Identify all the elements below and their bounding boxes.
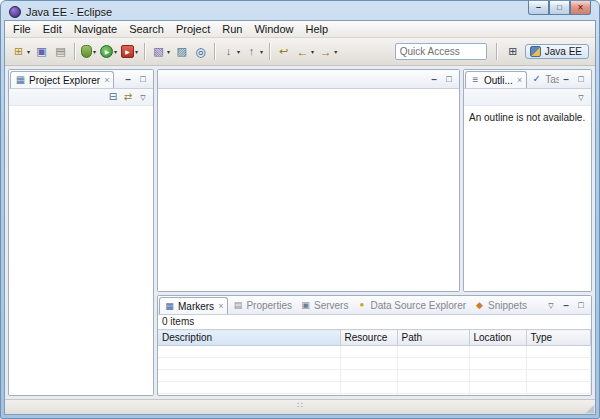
menu-project[interactable]: Project [170,22,216,36]
java-search-icon[interactable] [191,43,210,60]
minimize-icon[interactable] [121,73,135,86]
new-java-ee-project-icon[interactable]: ▾ [149,43,172,60]
markers-table: DescriptionResourcePathLocationType [158,329,591,396]
titlebar[interactable]: Java EE - Eclipse [4,1,596,20]
menu-file[interactable]: File [7,22,37,36]
close-tab-icon[interactable]: × [517,75,522,85]
window-minimize-icon[interactable] [528,1,549,15]
markers-count: 0 items [158,315,591,329]
dropdown-arrow-icon[interactable]: ▾ [93,48,96,55]
resize-grip-icon[interactable] [586,403,594,414]
outline-tabs: Outli...×Task... [465,71,559,88]
debug-icon[interactable]: ▾ [79,44,98,59]
quick-access-input[interactable] [395,43,487,60]
bottom-chrome [544,299,589,312]
table-cell [469,346,526,358]
menu-window[interactable]: Window [248,22,299,36]
table-row [158,358,591,370]
data-source-explorer-icon [356,300,367,311]
drag-handle-icon[interactable] [297,401,303,410]
close-tab-icon[interactable]: × [104,75,109,85]
tab-project-explorer[interactable]: Project Explorer× [10,71,114,88]
new-wizard-icon[interactable]: ▾ [9,43,32,60]
maximize-icon[interactable] [136,73,150,86]
view-menu-icon[interactable] [574,91,588,104]
save-icon[interactable] [32,43,51,60]
last-edit-location-icon[interactable] [274,43,293,60]
editor-body[interactable] [158,89,459,291]
tab-data-source-explorer[interactable]: Data Source Explorer [352,297,470,314]
next-annotation-icon[interactable]: ▾ [219,43,242,60]
eclipse-window: Java EE - Eclipse FileEditNavigateSearch… [0,0,600,419]
servers-icon [300,300,311,311]
tab-label: Data Source Explorer [370,300,466,311]
back-glyph [295,44,310,59]
table-cell [526,382,591,394]
dropdown-arrow-icon[interactable]: ▾ [237,48,240,55]
dropdown-arrow-icon[interactable]: ▾ [135,48,138,55]
new-java-ee-project-glyph [151,44,166,59]
new-servlet-icon[interactable] [172,43,191,60]
table-cell [158,370,340,382]
table-cell [340,358,397,370]
open-perspective-icon[interactable] [506,45,520,58]
dropdown-arrow-icon[interactable]: ▾ [27,48,30,55]
status-bar [5,399,595,414]
table-cell [340,382,397,394]
minimize-icon[interactable] [559,299,573,312]
previous-annotation-icon[interactable]: ▾ [242,43,265,60]
top-row: Outli...×Task... An outline is not avail… [157,69,592,292]
column-header-type[interactable]: Type [526,330,591,346]
maximize-icon[interactable] [574,73,588,86]
main-toolbar: ▾▾▾▾▾▾▾▾▾ Java EE [5,38,595,66]
menu-edit[interactable]: Edit [37,22,68,36]
project-explorer-body[interactable] [9,106,153,395]
dropdown-arrow-icon[interactable]: ▾ [311,48,314,55]
tab-outli[interactable]: Outli...× [465,71,527,88]
next-annotation-glyph [221,44,236,59]
column-header-location[interactable]: Location [469,330,526,346]
view-menu-icon[interactable] [136,91,150,104]
menu-run[interactable]: Run [216,22,248,36]
view-menu-icon[interactable] [544,299,558,312]
bottom-tabbar: Markers×PropertiesServersData Source Exp… [158,296,591,315]
menu-search[interactable]: Search [123,22,170,36]
tab-label: Properties [246,300,292,311]
tab-properties[interactable]: Properties [228,297,296,314]
table-cell [340,394,397,397]
link-with-editor-icon[interactable] [121,91,135,104]
menu-help[interactable]: Help [300,22,335,36]
run-icon[interactable]: ▾ [98,44,119,59]
dropdown-arrow-icon[interactable]: ▾ [167,48,170,55]
minimize-icon[interactable] [427,73,441,86]
table-row [158,370,591,382]
tab-snippets[interactable]: Snippets [470,297,531,314]
print-icon[interactable] [51,43,70,60]
menu-navigate[interactable]: Navigate [68,22,123,36]
dropdown-arrow-icon[interactable]: ▾ [114,48,117,55]
forward-icon[interactable]: ▾ [316,43,339,60]
close-tab-icon[interactable]: × [218,301,223,311]
tab-servers[interactable]: Servers [296,297,352,314]
window-maximize-icon[interactable] [549,1,570,15]
collapse-all-icon[interactable] [106,91,120,104]
external-tools-icon[interactable]: ▾ [119,44,140,59]
java-ee-perspective-button[interactable]: Java EE [525,44,589,59]
column-header-path[interactable]: Path [397,330,469,346]
column-header-description[interactable]: Description [158,330,340,346]
outline-message: An outline is not available. [464,106,591,129]
back-icon[interactable]: ▾ [293,43,316,60]
column-header-resource[interactable]: Resource [340,330,397,346]
tab-label: Project Explorer [29,75,100,86]
minimize-icon[interactable] [559,73,573,86]
dropdown-arrow-icon[interactable]: ▾ [260,48,263,55]
maximize-icon[interactable] [574,299,588,312]
table-cell [397,382,469,394]
window-close-icon[interactable] [570,1,591,15]
maximize-icon[interactable] [442,73,456,86]
workbench: FileEditNavigateSearchProjectRunWindowHe… [4,20,596,415]
dropdown-arrow-icon[interactable]: ▾ [334,48,337,55]
tab-markers[interactable]: Markers× [159,297,228,314]
tab-task[interactable]: Task... [527,71,559,88]
table-cell [158,394,340,397]
